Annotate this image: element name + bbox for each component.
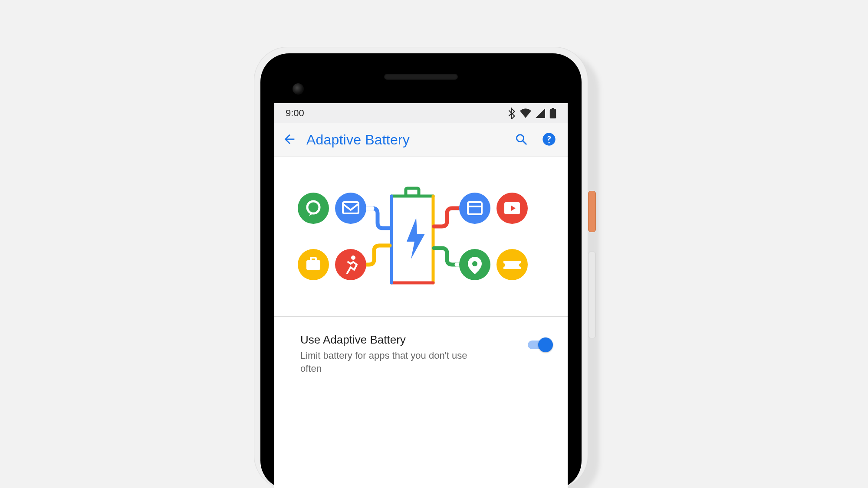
app-icon-video	[496, 193, 528, 224]
battery-graphic	[391, 188, 433, 283]
volume-button	[588, 252, 596, 338]
app-icon-mail	[335, 193, 366, 224]
status-bar: 9:00	[274, 103, 568, 123]
bluetooth-icon	[508, 108, 516, 119]
status-icons	[508, 108, 556, 119]
search-icon	[515, 133, 528, 147]
toggle-adaptive-battery[interactable]	[528, 337, 553, 352]
svg-point-24	[519, 263, 523, 267]
phone-screen: 9:00	[274, 103, 568, 488]
svg-rect-0	[550, 109, 556, 118]
app-icon-calendar	[459, 193, 490, 224]
setting-title: Use Adaptive Battery	[300, 333, 515, 347]
svg-point-21	[472, 261, 477, 266]
app-icon-running	[335, 249, 366, 280]
power-button	[588, 191, 596, 232]
arrow-left-icon	[282, 132, 297, 148]
app-bar: Adaptive Battery	[274, 123, 568, 157]
wifi-icon	[520, 108, 531, 118]
app-icon-location	[459, 249, 490, 280]
search-button[interactable]	[510, 129, 532, 151]
svg-line-3	[523, 141, 526, 144]
setting-text: Use Adaptive Battery Limit battery for a…	[300, 333, 515, 375]
svg-point-8	[335, 193, 366, 224]
svg-point-23	[502, 263, 505, 267]
battery-icon	[549, 108, 556, 118]
help-icon	[542, 132, 556, 148]
phone-bezel: 9:00	[260, 53, 582, 488]
phone-speaker	[384, 74, 458, 80]
switch-thumb	[538, 337, 553, 352]
svg-rect-1	[552, 108, 554, 110]
svg-point-14	[351, 255, 355, 260]
cellular-icon	[536, 108, 545, 118]
help-button[interactable]	[538, 129, 560, 151]
app-icon-chat	[298, 193, 329, 224]
setting-row-adaptive-battery[interactable]: Use Adaptive Battery Limit battery for a…	[274, 317, 568, 391]
hero-illustration	[274, 157, 568, 317]
svg-point-6	[298, 193, 329, 224]
app-icon-briefcase	[298, 249, 329, 280]
app-icon-ticket	[496, 249, 528, 280]
adaptive-battery-illustration	[274, 157, 568, 317]
setting-subtitle: Limit battery for apps that you don't us…	[300, 349, 483, 375]
back-button[interactable]	[279, 129, 300, 151]
status-time: 9:00	[286, 108, 304, 119]
page-title: Adaptive Battery	[306, 132, 504, 148]
svg-point-15	[459, 193, 490, 224]
phone-front-camera	[293, 83, 304, 95]
